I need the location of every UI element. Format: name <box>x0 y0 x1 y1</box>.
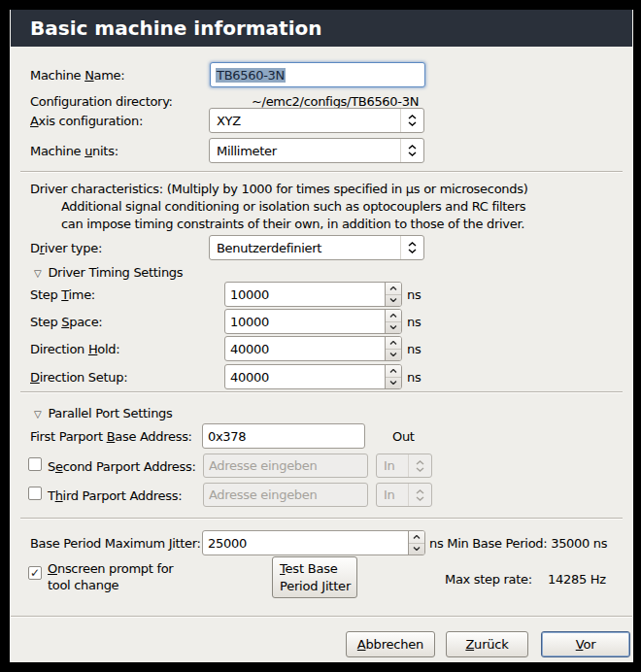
base-jitter-value: 25000 <box>203 531 408 554</box>
second-parport-label: Second Parport Address: <box>48 458 196 475</box>
combo-arrows-icon <box>400 236 423 259</box>
direction-hold-unit: ns <box>407 341 421 357</box>
machine-units-select[interactable]: Millimeter <box>209 138 424 163</box>
step-time-label: Step Time: <box>30 286 95 303</box>
step-time-spinbox[interactable]: 10000 <box>224 282 402 307</box>
driver-note-line2: Additional signal conditioning or isolat… <box>61 198 525 215</box>
spin-up-button[interactable] <box>386 283 401 295</box>
third-parport-checkbox[interactable] <box>28 487 42 500</box>
machine-name-label: Machine Name: <box>30 67 124 84</box>
driver-note-line3: can impose timing constraints of their o… <box>61 216 524 232</box>
machine-name-input[interactable]: TB6560-3N <box>210 62 425 87</box>
driver-type-label: Driver type: <box>30 240 102 256</box>
second-parport-direction-value: In <box>384 458 394 473</box>
spin-down-button[interactable] <box>386 378 401 389</box>
step-space-label: Step Space: <box>30 314 102 330</box>
parallel-port-expander-label: Parallel Port Settings <box>48 406 172 420</box>
third-parport-input <box>203 483 368 507</box>
axis-configuration-select[interactable]: XYZ <box>209 108 424 133</box>
base-jitter-label: Base Period Maximum Jitter: <box>30 535 201 552</box>
driver-timing-expander[interactable]: ▽Driver Timing Settings <box>34 265 183 280</box>
first-parport-label: First Parport Base Address: <box>30 428 192 445</box>
driver-type-value: Benutzerdefiniert <box>217 241 321 255</box>
base-jitter-spinbox[interactable]: 25000 <box>202 530 425 555</box>
spin-up-button[interactable] <box>386 310 401 322</box>
axis-configuration-label: Axis configuration: <box>30 113 143 129</box>
combo-arrows-icon <box>400 139 423 162</box>
spin-down-button[interactable] <box>386 295 401 307</box>
config-directory-label: Configuration directory: <box>30 93 173 110</box>
spin-up-button[interactable] <box>409 531 424 544</box>
third-parport-direction-select: In <box>376 483 432 507</box>
page-title: Basic machine information <box>11 17 322 40</box>
step-space-spinbox[interactable]: 10000 <box>224 309 402 334</box>
step-space-value: 10000 <box>225 310 385 333</box>
combo-arrows-icon <box>408 454 431 477</box>
spin-down-button[interactable] <box>386 322 401 334</box>
checkmark-icon: ✓ <box>30 566 40 580</box>
second-parport-input <box>203 454 368 478</box>
direction-setup-unit: ns <box>407 369 421 386</box>
machine-units-value: Millimeter <box>217 144 277 158</box>
direction-setup-spinbox[interactable]: 40000 <box>224 364 402 389</box>
expander-triangle-icon: ▽ <box>34 409 41 420</box>
tool-change-checkbox[interactable]: ✓ <box>28 566 42 580</box>
direction-hold-spinbox[interactable]: 40000 <box>224 336 402 361</box>
third-parport-label: Third Parport Address: <box>48 487 182 504</box>
direction-hold-value: 40000 <box>225 337 385 360</box>
min-base-period-note: ns Min Base Period: 35000 ns <box>429 535 607 552</box>
step-time-unit: ns <box>407 286 421 303</box>
expander-triangle-icon: ▽ <box>34 268 41 279</box>
stepconf-dialog: Basic machine information Machine Name: … <box>10 10 633 662</box>
machine-units-label: Machine units: <box>30 143 118 159</box>
second-parport-checkbox[interactable] <box>28 457 42 471</box>
machine-name-selected-text: TB6560-3N <box>216 68 286 83</box>
driver-timing-expander-label: Driver Timing Settings <box>48 265 183 280</box>
step-time-value: 10000 <box>225 283 385 306</box>
direction-hold-label: Direction Hold: <box>30 341 119 357</box>
driver-note-line1: Driver characteristics: (Multiply by 100… <box>30 181 527 197</box>
spin-down-button[interactable] <box>409 544 424 555</box>
direction-setup-value: 40000 <box>225 365 385 388</box>
driver-type-select[interactable]: Benutzerdefiniert <box>209 235 424 260</box>
step-space-unit: ns <box>407 314 421 330</box>
back-button[interactable]: Zurück <box>446 631 528 657</box>
spin-up-button[interactable] <box>386 337 401 350</box>
tool-change-label-line2: tool change <box>48 577 118 593</box>
first-parport-input[interactable] <box>202 423 365 449</box>
second-parport-direction-select: In <box>376 454 432 478</box>
separator <box>20 518 623 520</box>
separator <box>20 391 623 393</box>
third-parport-direction-value: In <box>384 487 394 502</box>
spin-down-button[interactable] <box>386 350 401 361</box>
forward-button[interactable]: Vor <box>541 631 630 657</box>
axis-configuration-value: XYZ <box>217 114 241 128</box>
separator <box>20 171 623 173</box>
parallel-port-expander[interactable]: ▽Parallel Port Settings <box>34 406 173 420</box>
content-bottom-separator <box>11 616 632 618</box>
direction-setup-label: Direction Setup: <box>30 369 127 386</box>
tool-change-label-line1: Onscreen prompt for <box>48 560 173 577</box>
max-step-rate-label: Max step rate: <box>445 571 532 588</box>
spin-up-button[interactable] <box>386 365 401 378</box>
dialog-header: Basic machine information <box>11 10 632 47</box>
first-parport-direction: Out <box>392 428 415 445</box>
test-base-period-jitter-button[interactable]: Test Base Period Jitter <box>272 556 357 598</box>
combo-arrows-icon <box>408 484 431 506</box>
max-step-rate-value: 14285 Hz <box>548 571 606 588</box>
cancel-button[interactable]: Abbrechen <box>346 631 435 657</box>
combo-arrows-icon <box>400 109 423 132</box>
